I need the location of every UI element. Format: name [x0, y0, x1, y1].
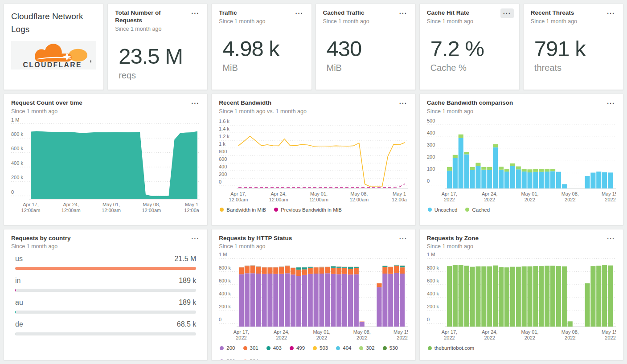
panel-subtitle: Since 1 month ago	[219, 243, 292, 249]
panel-subtitle: Since 1 month ago	[531, 18, 577, 25]
panel-title: Recent Bandwidth	[219, 99, 307, 107]
dashboard-title: Cloudflare Network Logs	[11, 10, 96, 36]
svg-text:May 08,: May 08,	[561, 191, 578, 196]
svg-text:2022: 2022	[357, 335, 367, 340]
legend-item[interactable]: 302	[359, 345, 374, 351]
legend-color-dot	[428, 208, 432, 212]
svg-text:0: 0	[427, 178, 430, 184]
chart-row-1: Request Count over time Since 1 month ag…	[4, 94, 623, 225]
country-bar-track	[15, 289, 196, 292]
cache-bandwidth-bar-chart[interactable]: 5004003002001000Apr 17,2022Apr 24,2022Ma…	[427, 117, 616, 206]
svg-text:400 k: 400 k	[219, 291, 231, 296]
legend-item[interactable]: 301	[243, 345, 258, 351]
legend-label: 524	[250, 359, 258, 360]
legend-item[interactable]: 524	[243, 359, 258, 360]
country-value: 189 k	[179, 299, 196, 307]
country-bar-fill	[15, 289, 16, 292]
svg-text:2022: 2022	[524, 335, 535, 340]
svg-text:2022: 2022	[605, 335, 615, 340]
country-bar-fill	[15, 311, 16, 314]
legend-item[interactable]: Cached	[465, 207, 490, 213]
legend-item[interactable]: 404	[336, 345, 351, 351]
svg-text:200 k: 200 k	[427, 304, 439, 310]
country-code: in	[15, 277, 20, 285]
svg-text:Apr 17,: Apr 17,	[234, 329, 249, 335]
country-code: au	[15, 299, 23, 307]
panel-subtitle: Since 1 month ago	[115, 26, 189, 32]
svg-text:400 k: 400 k	[427, 291, 439, 296]
panel-subtitle: Since 1 month ago	[427, 108, 513, 115]
panel-menu-button[interactable]: ···	[500, 8, 514, 18]
legend-item[interactable]: Bandwidth in MiB	[220, 207, 266, 213]
panel-menu-button[interactable]: ···	[397, 98, 410, 108]
svg-text:2022: 2022	[444, 335, 455, 340]
svg-text:2022: 2022	[484, 197, 495, 202]
legend-color-dot	[243, 346, 247, 350]
svg-text:Apr 24,: Apr 24,	[271, 191, 287, 196]
legend-label: Bandwidth in MiB	[226, 207, 266, 213]
legend-label: 503	[320, 345, 328, 351]
svg-text:2022: 2022	[236, 335, 247, 340]
legend-color-dot	[359, 346, 363, 350]
legend-item[interactable]: 403	[266, 345, 282, 351]
svg-text:12:00am: 12:00am	[269, 197, 288, 202]
legend-item[interactable]: theburritobot.com	[428, 345, 475, 351]
panel-menu-button[interactable]: ···	[189, 234, 202, 244]
panel-menu-button[interactable]: ···	[604, 234, 618, 244]
country-bar-track	[15, 332, 196, 335]
panel-total-requests: Total Number of Requests Since 1 month a…	[107, 4, 208, 90]
legend-item[interactable]: 503	[313, 345, 328, 351]
cloudflare-wordmark: CLOUDFLARE	[23, 61, 82, 68]
panel-menu-button[interactable]: ···	[604, 8, 618, 18]
legend-item[interactable]: 530	[383, 345, 398, 351]
svg-text:100: 100	[427, 166, 435, 172]
stat-value: 7.2 %	[430, 36, 512, 61]
svg-text:May 15,: May 15,	[602, 329, 616, 335]
panel-title: Cached Traffic	[323, 9, 369, 17]
country-bar-fill	[15, 332, 16, 335]
svg-text:Apr 24,: Apr 24,	[482, 329, 497, 335]
bandwidth-line-chart[interactable]: 1.6 k1.4 k1.2 k1 k8006004002000Apr 17,12…	[219, 117, 408, 206]
svg-text:1 M: 1 M	[11, 117, 19, 123]
panel-menu-button[interactable]: ···	[604, 98, 618, 108]
panel-menu-button[interactable]: ···	[397, 234, 410, 244]
panel-title: Cache Hit Rate	[427, 9, 473, 17]
svg-text:1 M: 1 M	[219, 252, 227, 257]
legend-label: 302	[366, 345, 374, 351]
panel-menu-button[interactable]: ···	[293, 8, 306, 18]
svg-text:1 M: 1 M	[427, 252, 435, 257]
svg-text:Apr 17,: Apr 17,	[441, 191, 457, 196]
svg-text:2022: 2022	[484, 335, 495, 340]
http-status-bar-chart[interactable]: 1 M800 k600 k400 k200 k0Apr 17,2022Apr 2…	[219, 252, 408, 344]
legend-item[interactable]: Previous Bandwidth in MiB	[274, 207, 342, 213]
svg-text:12:00am: 12:00am	[350, 197, 369, 202]
country-value: 189 k	[179, 277, 196, 285]
panel-menu-button[interactable]: ···	[397, 8, 410, 18]
zone-bar-chart[interactable]: 1 M800 k600 k400 k200 k0Apr 17,2022Apr 2…	[427, 252, 616, 344]
svg-text:1.4 k: 1.4 k	[219, 126, 229, 131]
panel-menu-button[interactable]: ···	[189, 8, 202, 18]
panel-requests-by-http-status: Requests by HTTP Status Since 1 month ag…	[211, 229, 415, 361]
legend-item[interactable]: 200	[220, 345, 235, 351]
svg-text:Apr 24,: Apr 24,	[274, 329, 289, 335]
svg-text:400 k: 400 k	[11, 160, 23, 166]
panel-cached-traffic: Cached Traffic Since 1 month ago ··· 430…	[316, 4, 416, 90]
legend-item[interactable]: Uncached	[428, 207, 458, 213]
svg-text:1.6 k: 1.6 k	[219, 119, 229, 124]
panel-title: Requests by Zone	[427, 235, 479, 242]
svg-text:12:00am: 12:00am	[21, 208, 41, 213]
svg-text:2022: 2022	[524, 197, 535, 202]
svg-text:Apr 17,: Apr 17,	[23, 202, 38, 207]
legend-color-dot	[383, 346, 387, 350]
svg-text:600 k: 600 k	[11, 146, 23, 151]
legend-item[interactable]: 499	[290, 345, 305, 351]
legend-label: 301	[250, 345, 258, 351]
panel-menu-button[interactable]: ···	[189, 98, 202, 108]
legend-item[interactable]: 526	[220, 359, 235, 360]
stat-value: 430	[327, 36, 408, 61]
request-count-area-chart[interactable]: 1 M800 k600 k400 k200 k0Apr 17,12:00amAp…	[11, 117, 200, 217]
svg-text:12:00am: 12:00am	[229, 197, 248, 202]
legend-label: 526	[226, 359, 235, 360]
legend-color-dot	[220, 346, 224, 350]
svg-text:500: 500	[427, 118, 435, 123]
